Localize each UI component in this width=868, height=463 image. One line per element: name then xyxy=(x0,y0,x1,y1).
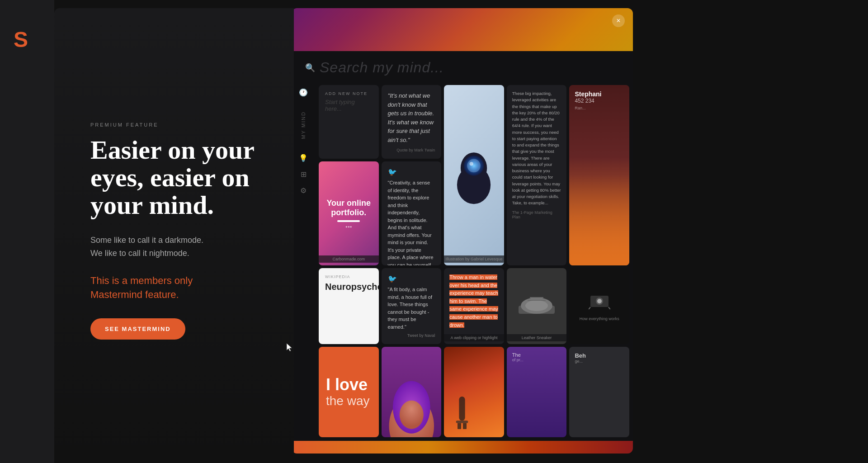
premium-panel: PREMIUM FEATURE Easier on your eyes, eas… xyxy=(54,8,294,454)
tweet-creativity-text: "Creativity, a sense of identity, the fr… xyxy=(388,179,435,265)
stephanie-sub: Ran... xyxy=(575,106,624,110)
svg-point-17 xyxy=(399,401,423,429)
svg-line-13 xyxy=(588,307,590,309)
stephanie-name: Stephani xyxy=(575,90,624,98)
svg-rect-20 xyxy=(458,423,461,429)
quote-twain-card: "It's not what we don't know that gets u… xyxy=(382,85,442,159)
svg-rect-19 xyxy=(456,420,468,423)
purple-app-sub: of pr... xyxy=(512,358,561,362)
highlight-card: Throw a man in water over his head and t… xyxy=(444,268,504,344)
brain-svg xyxy=(450,103,498,247)
stephanie-numbers: 452 234 xyxy=(575,98,624,104)
brain-illustration-card: Illustration by Gabriel Levesque xyxy=(444,85,504,265)
beh-card: Beh ge... xyxy=(569,347,629,437)
add-note-card[interactable]: ADD NEW NOTE Start typing here... xyxy=(319,85,379,159)
search-icon: 🔍 xyxy=(305,63,315,73)
left-sidebar: S xyxy=(0,0,54,463)
svg-rect-18 xyxy=(459,397,465,420)
premium-desc-line1: Some like to call it a darkmode. xyxy=(90,236,203,245)
wiki-neuropsychology-card: WIKIPEDIA Neuropsychology xyxy=(319,268,379,344)
purple-app-label: The xyxy=(512,352,561,358)
add-note-placeholder: Start typing here... xyxy=(325,99,373,112)
premium-tag-label: PREMIUM FEATURE xyxy=(90,122,267,128)
portfolio-headline: Your online portfolio. xyxy=(326,198,372,217)
nav-icon-clock[interactable]: 🕐 xyxy=(297,86,310,99)
main-content-area: 🕐 my mind 💡 ⊞ ⚙ ADD NEW NOTE Start typin… xyxy=(292,81,633,441)
modal-footer-gradient xyxy=(292,441,633,454)
orange-card xyxy=(444,347,504,437)
portfolio-caption: Carbonmade.com xyxy=(319,255,379,263)
members-line2: Mastermind feature. xyxy=(90,289,179,300)
quote-twain-text: "It's not what we don't know that gets u… xyxy=(388,91,435,144)
wiki-source: WIKIPEDIA xyxy=(325,274,373,279)
sneaker-visual xyxy=(507,279,567,334)
svg-point-7 xyxy=(525,300,548,311)
search-bar-area: 🔍 Search my mind... xyxy=(292,51,633,81)
nav-icon-settings[interactable]: ⚙ xyxy=(297,184,310,197)
purple-hair-card xyxy=(382,347,442,437)
svg-point-4 xyxy=(470,162,473,165)
tweet-creativity-card: 🐦 "Creativity, a sense of identity, the … xyxy=(382,161,442,265)
nav-icon-bulb[interactable]: 💡 xyxy=(297,151,310,164)
dense-text-caption: The 1-Page Marketing Plan xyxy=(512,210,561,219)
beh-sub: ge... xyxy=(575,359,624,364)
sneaker-caption: Leather Sneaker xyxy=(507,334,567,341)
svg-line-14 xyxy=(609,307,611,309)
members-line1: This is a members only xyxy=(90,275,193,286)
i-love-card: I love the way xyxy=(319,347,379,437)
svg-point-12 xyxy=(597,299,602,303)
premium-headline: Easier on your eyes, easier on your mind… xyxy=(90,137,267,219)
beh-label: Beh xyxy=(575,352,624,359)
tweet-naval-author: Tweet by Naval xyxy=(388,333,435,338)
tweet-naval-icon: 🐦 xyxy=(388,274,435,283)
highlight-caption: A web clipping or highlight xyxy=(444,334,504,341)
i-love-the-way: the way xyxy=(326,394,372,408)
search-placeholder[interactable]: Search my mind... xyxy=(320,59,444,76)
highlight-text: Throw a man in water over his head and t… xyxy=(449,274,499,329)
tweet-naval-card: 🐦 "A fit body, a calm mind, a house full… xyxy=(382,268,442,344)
nav-icon-grid[interactable]: ⊞ xyxy=(297,168,310,180)
modal-header-gradient: × xyxy=(292,8,633,51)
stephanie-card: Stephani 452 234 Ran... xyxy=(569,85,629,265)
premium-members-text: This is a members only Mastermind featur… xyxy=(90,274,267,302)
premium-description: Some like to call it a darkmode. We like… xyxy=(90,234,267,260)
svg-point-3 xyxy=(467,159,481,172)
wiki-heading: Neuropsychology xyxy=(325,282,373,292)
tweet-naval-text: "A fit body, a calm mind, a house full o… xyxy=(388,286,435,331)
dense-text-card: These big impacting, leveraged activitie… xyxy=(507,85,567,265)
add-note-label: ADD NEW NOTE xyxy=(325,91,368,96)
svg-rect-21 xyxy=(463,423,467,429)
brain-illustration-caption: Illustration by Gabriel Levesque xyxy=(444,255,504,263)
premium-desc-line2: We like to call it nightmode. xyxy=(90,249,189,258)
see-mastermind-button[interactable]: SEE MASTERMIND xyxy=(90,318,185,340)
i-love-text: I love xyxy=(326,376,372,394)
app-modal: × 🔍 Search my mind... 🕐 my mind 💡 ⊞ ⚙ AD… xyxy=(292,8,633,454)
nav-vertical-label: my mind xyxy=(301,111,306,139)
close-button[interactable]: × xyxy=(612,14,625,27)
purple-app-card: The of pr... xyxy=(507,347,567,437)
modal-left-nav: 🕐 my mind 💡 ⊞ ⚙ xyxy=(292,81,315,441)
how-everything-caption: How everything works xyxy=(580,317,619,321)
dense-text-content: These big impacting, leveraged activitie… xyxy=(512,90,561,207)
how-everything-works-card: How everything works xyxy=(569,268,629,344)
sneaker-card: Leather Sneaker xyxy=(507,268,567,344)
sidebar-letter: S xyxy=(14,27,28,52)
quote-twain-author: Quote by Mark Twain xyxy=(388,148,435,152)
projector-icon xyxy=(588,291,611,313)
portfolio-card: Your online portfolio. ●●● Carbonmade.co… xyxy=(319,161,379,265)
tweet-icon: 🐦 xyxy=(388,168,435,176)
notes-grid: ADD NEW NOTE Start typing here... "It's … xyxy=(315,81,633,441)
